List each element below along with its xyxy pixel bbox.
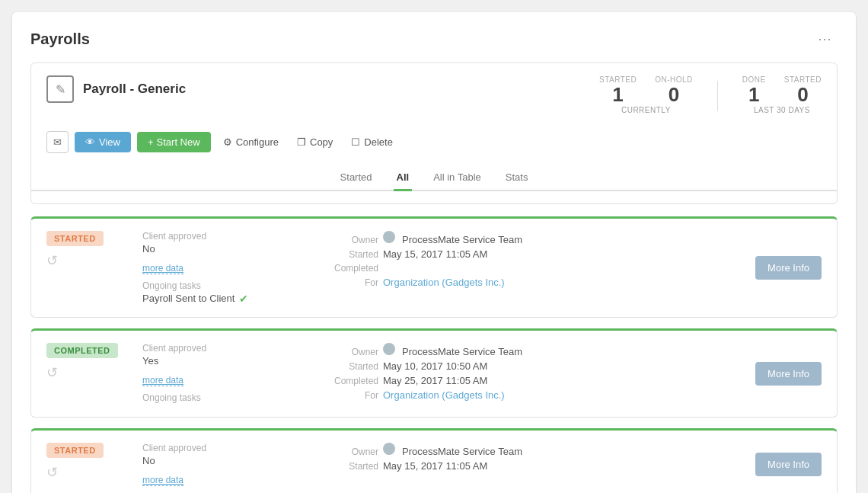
copy-button[interactable]: ❐ Copy [291,132,339,152]
run-card-left: STARTED ↺ [46,231,130,269]
stat-started-last30: STARTED 0 [784,75,822,106]
for-org-link[interactable]: Organization (Gadgets Inc.) [383,277,505,288]
start-new-button[interactable]: + Start New [137,132,211,152]
more-info-button[interactable]: More Info [755,453,822,476]
email-button[interactable]: ✉ [46,131,69,153]
view-button[interactable]: 👁 View [75,132,131,152]
copy-icon: ❐ [297,136,306,148]
task-value: Payroll Sent to Client ✔ [142,293,295,305]
more-data-link[interactable]: more data [142,475,183,486]
payroll-card-header: ✎ Payroll - Generic STARTED 1 ON-HOLD 0 [46,75,822,117]
owner-row: Owner ProcessMate Service Team [325,343,538,357]
more-options-icon: ⋯ [818,31,831,46]
stat-done: DONE 1 [742,75,766,106]
stats-last30-group: DONE 1 STARTED 0 LAST 30 DAYS [742,75,822,117]
run-card-info-left: Client approved No more data [142,443,295,486]
status-badge: COMPLETED [46,343,118,358]
started-row: Started May 15, 2017 11:05 AM [325,248,538,260]
started-row: Started May 15, 2017 11:05 AM [325,460,538,472]
delete-icon: ☐ [351,136,360,148]
stat-started-currently: STARTED 1 [599,75,637,106]
stat-onhold: ON-HOLD 0 [655,75,693,106]
run-card: STARTED ↺ Client approved No more data O… [30,428,838,493]
tab-stats[interactable]: Stats [503,165,531,191]
clock-icon: ↺ [46,252,58,269]
for-row: For Organization (Gadgets Inc.) [325,389,538,401]
payroll-card: ✎ Payroll - Generic STARTED 1 ON-HOLD 0 [30,62,838,204]
status-badge: STARTED [46,231,104,246]
email-icon: ✉ [53,136,62,148]
run-card-info-right: Owner ProcessMate Service Team Started M… [325,443,538,486]
more-data-link[interactable]: more data [142,263,183,274]
content-area: STARTED ↺ Client approved No more data O… [30,216,838,493]
owner-row: Owner ProcessMate Service Team [325,231,538,245]
for-org-link[interactable]: Organization (Gadgets Inc.) [383,389,505,401]
owner-avatar-icon [383,343,395,355]
owner-avatar-icon [383,231,395,243]
checkmark-icon: ✔ [239,293,248,305]
configure-icon: ⚙ [223,136,232,148]
page-container: Payrolls ⋯ ✎ Payroll - Generic STARTED [12,12,856,493]
stats-last30-values: DONE 1 STARTED 0 [742,75,822,106]
run-card: STARTED ↺ Client approved No more data O… [30,216,838,318]
completed-row: Completed May 25, 2017 11:05 AM [325,375,538,386]
owner-avatar-icon [383,443,395,455]
run-card-left: COMPLETED ↺ [46,343,130,381]
run-card-main: Client approved No more data Owner Proce… [142,443,743,486]
payroll-name-section: ✎ Payroll - Generic [46,75,186,103]
started-row: Started May 10, 2017 10:50 AM [325,360,538,372]
for-row: For Organization (Gadgets Inc.) [325,277,538,288]
page-header: Payrolls ⋯ [30,27,838,50]
run-card-main: Client approved No more data Ongoing tas… [142,231,743,305]
run-card-left: STARTED ↺ [46,443,130,481]
stats-section: STARTED 1 ON-HOLD 0 CURRENTLY DON [599,75,822,117]
clock-icon: ↺ [46,464,58,481]
tab-all-in-table[interactable]: All in Table [430,165,484,191]
run-card-info-left: Client approved Yes more data Ongoing ta… [142,343,295,405]
more-info-button[interactable]: More Info [755,256,822,280]
stats-divider [717,81,718,111]
stats-currently-group: STARTED 1 ON-HOLD 0 CURRENTLY [599,75,693,117]
run-card-info-right: Owner ProcessMate Service Team Started M… [325,343,538,405]
more-data-link[interactable]: more data [142,375,183,386]
tab-all[interactable]: All [394,165,413,191]
page-title: Payrolls [30,30,90,48]
delete-button[interactable]: ☐ Delete [345,132,399,152]
run-card-main: Client approved Yes more data Ongoing ta… [142,343,743,405]
run-card-info-left: Client approved No more data Ongoing tas… [142,231,295,305]
run-card: COMPLETED ↺ Client approved Yes more dat… [30,328,838,418]
view-icon: 👁 [85,136,95,148]
configure-button[interactable]: ⚙ Configure [217,132,285,152]
run-card-info-right: Owner ProcessMate Service Team Started M… [325,231,538,305]
more-options-button[interactable]: ⋯ [812,27,838,50]
tabs-container: Started All All in Table Stats [31,165,837,191]
status-badge: STARTED [46,443,104,458]
completed-row: Completed [325,263,538,274]
clock-icon: ↺ [46,364,58,381]
toolbar: ✉ 👁 View + Start New ⚙ Configure ❐ Copy … [46,128,822,156]
payroll-name: Payroll - Generic [83,82,186,97]
tab-started[interactable]: Started [337,165,375,191]
stats-currently-values: STARTED 1 ON-HOLD 0 [599,75,693,106]
plus-icon: + [148,136,154,148]
more-info-button[interactable]: More Info [755,362,822,386]
payroll-document-icon: ✎ [46,75,74,103]
owner-row: Owner ProcessMate Service Team [325,443,538,457]
